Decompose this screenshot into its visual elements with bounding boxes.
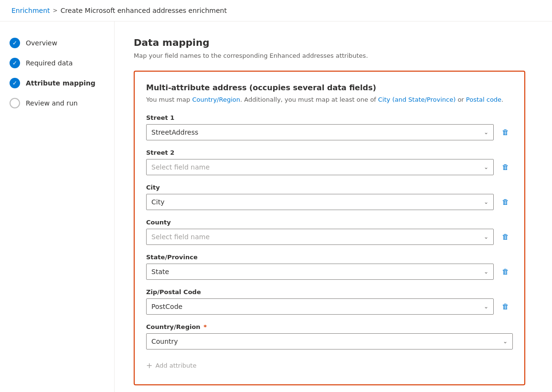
chevron-down-icon: ⌄: [484, 199, 488, 205]
step-circle-overview: ✓: [10, 38, 20, 48]
field-label-country: Country/Region *: [146, 323, 513, 330]
chevron-down-icon: ⌄: [503, 338, 508, 345]
field-select-country[interactable]: Country ⌄: [146, 333, 513, 350]
field-group-street2: Street 2 Select field name ⌄ 🗑: [146, 149, 513, 175]
step-circle-attribute-mapping: ✓: [10, 78, 20, 88]
field-select-street2[interactable]: Select field name ⌄: [146, 159, 494, 175]
desc-suffix: .: [501, 96, 503, 103]
sidebar-label-attribute-mapping: Attribute mapping: [26, 79, 96, 87]
field-group-state: State/Province State ⌄ 🗑: [146, 254, 513, 280]
field-label-street1: Street 1: [146, 114, 513, 121]
field-select-city[interactable]: City ⌄: [146, 194, 494, 210]
desc-mid: . Additionally, you must map at least on…: [240, 96, 378, 103]
delete-street1-button[interactable]: 🗑: [498, 125, 513, 140]
chevron-down-icon: ⌄: [484, 303, 488, 310]
field-value-city: City: [151, 198, 164, 206]
field-group-city: City City ⌄ 🗑: [146, 184, 513, 210]
field-row-city: City ⌄ 🗑: [146, 194, 513, 210]
card-title: Multi-attribute address (occupies severa…: [146, 83, 513, 92]
step-circle-required-data: ✓: [10, 58, 20, 68]
field-group-zip: Zip/Postal Code PostCode ⌄ 🗑: [146, 288, 513, 315]
field-value-state: State: [151, 268, 169, 275]
field-select-street1[interactable]: StreetAddress ⌄: [146, 124, 494, 140]
field-required-marker: *: [202, 323, 207, 330]
desc-prefix: You must map: [146, 96, 192, 103]
field-group-country: Country/Region * Country ⌄: [146, 323, 513, 350]
field-value-country: Country: [151, 338, 178, 345]
field-group-county: County Select field name ⌄ 🗑: [146, 219, 513, 245]
breadcrumb-separator: >: [53, 7, 58, 14]
field-select-county[interactable]: Select field name ⌄: [146, 229, 494, 245]
field-label-street2: Street 2: [146, 149, 513, 156]
sidebar-label-review-run: Review and run: [26, 99, 78, 107]
breadcrumb-current: Create Microsoft enhanced addresses enri…: [61, 7, 227, 14]
page-title: Data mapping: [134, 37, 533, 48]
delete-state-button[interactable]: 🗑: [498, 264, 513, 279]
sidebar-label-overview: Overview: [26, 39, 57, 47]
add-attribute-label: Add attribute: [155, 362, 196, 369]
breadcrumb: Enrichment > Create Microsoft enhanced a…: [0, 0, 552, 21]
field-label-zip: Zip/Postal Code: [146, 288, 513, 296]
card-description: You must map Country/Region. Additionall…: [146, 95, 513, 105]
field-row-country: Country ⌄: [146, 333, 513, 350]
field-value-zip: PostCode: [151, 303, 182, 310]
sidebar-item-overview[interactable]: ✓ Overview: [0, 33, 114, 53]
desc-link-country[interactable]: Country/Region: [192, 96, 240, 103]
field-group-street1: Street 1 StreetAddress ⌄ 🗑: [146, 114, 513, 140]
chevron-down-icon: ⌄: [484, 268, 488, 275]
delete-street2-button[interactable]: 🗑: [498, 159, 513, 175]
step-circle-review-run: [10, 98, 20, 108]
sidebar: ✓ Overview ✓ Required data ✓ Attribute m…: [0, 21, 115, 392]
field-label-state: State/Province: [146, 254, 513, 261]
delete-city-button[interactable]: 🗑: [498, 194, 513, 210]
chevron-down-icon: ⌄: [484, 233, 488, 240]
page-subtitle: Map your field names to the correspondin…: [134, 52, 533, 59]
breadcrumb-link[interactable]: Enrichment: [11, 7, 50, 14]
chevron-down-icon: ⌄: [484, 164, 488, 170]
desc-link-postal[interactable]: Postal code: [466, 96, 501, 103]
field-placeholder-street2: Select field name: [151, 163, 210, 171]
field-row-state: State ⌄ 🗑: [146, 264, 513, 280]
sidebar-item-required-data[interactable]: ✓ Required data: [0, 53, 114, 73]
sidebar-item-attribute-mapping[interactable]: ✓ Attribute mapping: [0, 73, 114, 93]
delete-county-button[interactable]: 🗑: [498, 229, 513, 244]
sidebar-item-review-run[interactable]: Review and run: [0, 93, 114, 113]
desc-link-city[interactable]: City (and State/Province): [378, 96, 456, 103]
sidebar-label-required-data: Required data: [26, 59, 73, 67]
add-attribute-button: + Add attribute: [146, 358, 513, 373]
field-select-state[interactable]: State ⌄: [146, 264, 494, 280]
field-select-zip[interactable]: PostCode ⌄: [146, 298, 494, 315]
delete-zip-button[interactable]: 🗑: [498, 299, 513, 314]
field-label-city: City: [146, 184, 513, 191]
field-placeholder-county: Select field name: [151, 233, 210, 241]
field-label-county: County: [146, 219, 513, 226]
field-row-zip: PostCode ⌄ 🗑: [146, 298, 513, 315]
field-row-county: Select field name ⌄ 🗑: [146, 229, 513, 245]
chevron-down-icon: ⌄: [484, 129, 488, 136]
mapping-card: Multi-attribute address (occupies severa…: [134, 71, 525, 385]
plus-icon: +: [146, 361, 152, 370]
field-value-street1: StreetAddress: [151, 128, 198, 136]
field-row-street1: StreetAddress ⌄ 🗑: [146, 124, 513, 140]
desc-or: or: [456, 96, 466, 103]
field-row-street2: Select field name ⌄ 🗑: [146, 159, 513, 175]
